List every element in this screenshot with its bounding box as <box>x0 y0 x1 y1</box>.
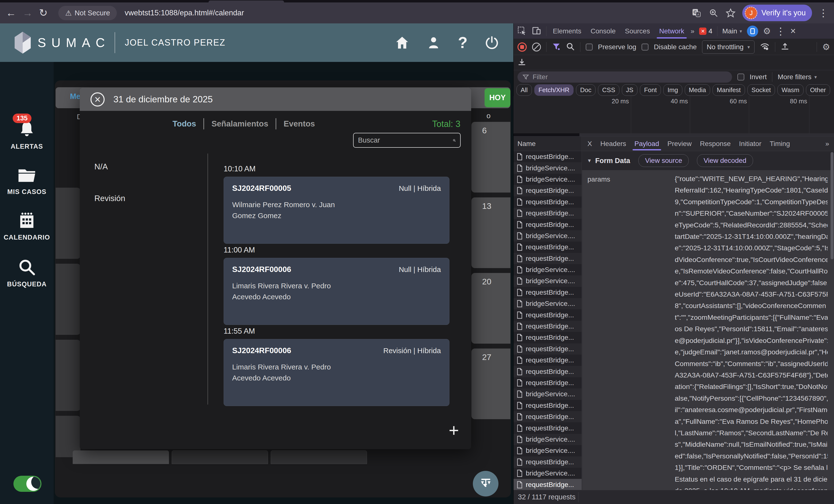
close-icon[interactable]: × <box>90 92 105 107</box>
record-button[interactable] <box>518 42 527 52</box>
help-icon[interactable]: ? <box>458 33 467 52</box>
profile-icon[interactable] <box>427 36 440 50</box>
clear-icon[interactable] <box>532 43 541 51</box>
network-conditions-icon[interactable] <box>760 42 770 52</box>
sidebar-item-alertas[interactable]: 135 ALERTAS <box>0 120 54 151</box>
throttling-select[interactable]: No throttling ▾ <box>702 41 754 54</box>
preserve-log-checkbox[interactable] <box>586 44 593 50</box>
today-button[interactable]: HOY <box>485 88 510 107</box>
request-row[interactable]: requestBridge... <box>513 151 581 162</box>
bottom-tab[interactable] <box>73 450 169 464</box>
settings-gear-icon[interactable]: ⚙ <box>763 26 771 36</box>
detail-tab[interactable]: Headers <box>600 137 627 150</box>
bottom-tab[interactable] <box>271 450 367 464</box>
request-row[interactable]: requestBridge... <box>513 208 581 219</box>
browser-menu-icon[interactable]: ⋮ <box>818 7 828 19</box>
detail-tab[interactable]: Response <box>699 137 731 150</box>
request-row[interactable]: requestBridge... <box>513 343 581 354</box>
detail-close-icon[interactable]: X <box>587 137 593 150</box>
request-row[interactable]: requestBridge... <box>513 321 581 332</box>
type-chip[interactable]: Other <box>806 84 830 96</box>
network-overview-timeline[interactable]: 20 ms40 ms60 ms80 ms100 ms <box>513 96 834 136</box>
request-row[interactable]: requestBridge... <box>513 253 581 264</box>
target-selector[interactable]: Main ▾ <box>722 27 742 35</box>
verify-profile-button[interactable]: J Verify it's you <box>742 5 812 21</box>
request-row[interactable]: bridgeService.... <box>513 230 581 242</box>
dock-extension-icon[interactable] <box>747 26 758 37</box>
type-chip[interactable]: Socket <box>747 84 775 96</box>
translate-icon[interactable]: GA <box>691 7 702 18</box>
sidebar-item-mis-casos[interactable]: MIS CASOS <box>0 167 54 196</box>
request-row[interactable]: requestBridge... <box>513 479 581 490</box>
event-card[interactable]: SJ2024RF00005 Null | Híbrida Wilmarie Pe… <box>224 177 449 244</box>
calendar-cell-partial[interactable] <box>56 264 81 335</box>
detail-tab[interactable]: Payload <box>634 137 660 150</box>
url-text[interactable]: vwebtst15:1088/epa.html#/calendar <box>125 8 244 17</box>
type-chip[interactable]: Fetch/XHR <box>534 84 574 96</box>
type-chip[interactable]: Manifest <box>712 84 745 96</box>
more-detail-tabs-icon[interactable]: » <box>825 140 829 148</box>
request-row[interactable]: bridgeService.... <box>513 162 581 174</box>
more-tabs-icon[interactable]: » <box>690 27 695 35</box>
request-row[interactable]: requestBridge... <box>513 287 581 298</box>
devtools-menu-icon[interactable]: ⋮ <box>776 26 786 37</box>
calendar-cell-partial[interactable] <box>56 188 81 259</box>
request-row[interactable]: requestBridge... <box>513 197 581 208</box>
forward-icon[interactable]: → <box>22 8 33 18</box>
request-row[interactable]: requestBridge... <box>513 457 581 468</box>
request-row[interactable]: requestBridge... <box>513 377 581 388</box>
disclosure-triangle-icon[interactable]: ▼ <box>587 158 592 163</box>
timeline-scrollbar[interactable] <box>513 133 834 136</box>
type-chip[interactable]: All <box>517 84 532 96</box>
invert-checkbox[interactable] <box>738 74 744 81</box>
detail-tab[interactable]: Timing <box>769 137 790 150</box>
event-card[interactable]: SJ2024RF00006 Revisión | Híbrida Limaris… <box>224 339 449 406</box>
zoom-icon[interactable] <box>708 7 719 18</box>
view-source-button[interactable]: View source <box>638 154 689 167</box>
type-chip[interactable]: Media <box>685 84 710 96</box>
more-filters-button[interactable]: More filters ▾ <box>778 73 817 81</box>
browser-tab[interactable] <box>208 0 284 2</box>
refresh-icon[interactable]: ↻ <box>39 8 47 18</box>
add-event-button[interactable]: + <box>449 423 459 437</box>
import-har-icon[interactable] <box>518 58 526 68</box>
bottom-tab[interactable] <box>172 450 268 464</box>
view-decoded-button[interactable]: View decoded <box>697 154 753 167</box>
device-toolbar-icon[interactable] <box>532 26 541 37</box>
calendar-day-cell[interactable]: 27 <box>471 348 510 419</box>
request-row[interactable]: bridgeService.... <box>513 445 581 456</box>
dark-mode-toggle[interactable] <box>14 476 41 492</box>
scales-of-justice-icon[interactable] <box>473 471 499 497</box>
request-row[interactable]: bridgeService.... <box>513 298 581 309</box>
disable-cache-checkbox[interactable] <box>642 44 649 50</box>
network-settings-gear-icon[interactable]: ⚙ <box>822 42 830 52</box>
request-row[interactable]: bridgeService.... <box>513 174 581 185</box>
request-row[interactable]: requestBridge... <box>513 219 581 230</box>
modal-tab[interactable]: Eventos <box>276 118 322 130</box>
sidebar-item-busqueda[interactable]: BÚSQUEDA <box>0 258 54 288</box>
issues-badge[interactable]: ✕ 4 <box>699 27 712 35</box>
request-row[interactable]: requestBridge... <box>513 354 581 366</box>
calendar-day-cell[interactable]: 6 <box>471 122 510 192</box>
back-icon[interactable]: ← <box>6 8 16 18</box>
inspect-icon[interactable] <box>517 26 527 37</box>
request-row[interactable]: requestBridge... <box>513 185 581 196</box>
request-row[interactable]: requestBridge... <box>513 400 581 411</box>
home-icon[interactable] <box>395 36 409 50</box>
request-row[interactable]: requestBridge... <box>513 242 581 253</box>
type-chip[interactable]: Wasm <box>777 84 804 96</box>
request-row[interactable]: requestBridge... <box>513 366 581 377</box>
sidebar-item-calendario[interactable]: CALENDARIO <box>0 212 54 241</box>
request-row[interactable]: bridgeService.... <box>513 264 581 275</box>
modal-tab[interactable]: Todos <box>165 118 204 130</box>
type-chip[interactable]: JS <box>622 84 637 96</box>
search-icon[interactable] <box>453 136 456 144</box>
request-row[interactable]: requestBridge... <box>513 332 581 343</box>
type-chip[interactable]: CSS <box>598 84 619 96</box>
detail-tab[interactable]: Preview <box>667 137 692 150</box>
devtools-tab[interactable]: Network <box>658 24 686 38</box>
request-row[interactable]: bridgeService.... <box>513 434 581 445</box>
network-filter-input[interactable] <box>533 73 727 81</box>
calendar-day-cell[interactable]: 20 <box>471 273 510 344</box>
devtools-close-icon[interactable]: × <box>790 26 796 36</box>
